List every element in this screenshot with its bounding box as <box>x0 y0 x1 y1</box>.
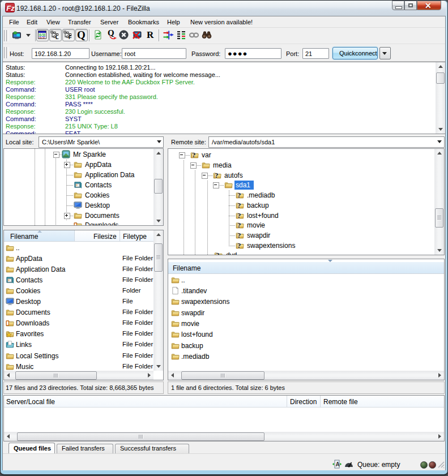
svg-text:?: ? <box>192 151 196 159</box>
svg-text:Fz: Fz <box>6 4 15 12</box>
svg-text:?: ? <box>237 191 241 199</box>
svg-text:?: ? <box>237 211 241 220</box>
svg-text:?: ? <box>237 201 241 209</box>
svg-text:?: ? <box>237 231 241 239</box>
svg-text:?: ? <box>237 221 241 229</box>
svg-text:A: A <box>336 461 340 468</box>
svg-text:F: F <box>69 35 72 40</box>
svg-text:?: ? <box>215 171 219 179</box>
svg-text:?: ? <box>237 241 241 250</box>
svg-text:L: L <box>56 35 59 40</box>
